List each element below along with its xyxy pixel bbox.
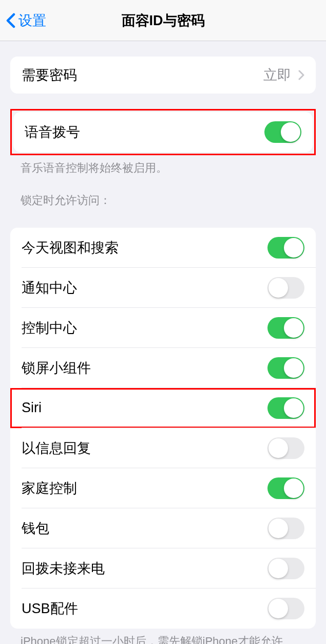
lock-access-label: 今天视图和搜索 <box>22 238 119 257</box>
lock-access-toggle[interactable] <box>267 477 304 499</box>
lock-access-label: 以信息回复 <box>22 439 91 457</box>
lock-access-label: Siri <box>22 400 42 416</box>
lock-access-toggle[interactable] <box>267 518 304 539</box>
lock-access-row: 锁屏小组件 <box>10 348 316 388</box>
lock-access-label: USB配件 <box>22 599 78 618</box>
lock-access-row: 以信息回复 <box>10 428 316 468</box>
back-label: 设置 <box>18 11 46 30</box>
lock-access-toggle[interactable] <box>267 277 304 299</box>
voice-dial-toggle[interactable] <box>264 121 301 143</box>
lock-access-group: 今天视图和搜索通知中心控制中心锁屏小组件Siri以信息回复家庭控制钱包回拨未接来… <box>10 228 316 629</box>
toggle-knob <box>284 479 303 498</box>
lock-access-header: 锁定时允许访问： <box>0 176 326 212</box>
toggle-knob <box>269 438 288 458</box>
voice-dial-highlight: 语音拨号 <box>10 109 316 155</box>
toggle-knob <box>284 398 303 418</box>
voice-dial-footer: 音乐语音控制将始终被启用。 <box>0 155 326 176</box>
nav-header: 设置 面容ID与密码 <box>0 0 326 41</box>
require-passcode-row[interactable]: 需要密码 立即 <box>10 57 316 94</box>
back-button[interactable]: 设置 <box>0 11 46 30</box>
voice-dial-label: 语音拨号 <box>25 123 80 141</box>
lock-access-toggle[interactable] <box>267 357 304 379</box>
lock-access-row: 通知中心 <box>10 268 316 308</box>
require-passcode-value-wrap: 立即 <box>263 66 304 84</box>
lock-access-footer: iPhone锁定超过一小时后，需先解锁iPhone才能允许USB配件连接。 <box>0 629 326 644</box>
lock-access-label: 控制中心 <box>22 319 77 337</box>
lock-access-label: 家庭控制 <box>22 479 77 498</box>
lock-access-toggle[interactable] <box>267 598 304 619</box>
toggle-knob <box>269 599 288 618</box>
require-passcode-value: 立即 <box>263 66 291 84</box>
toggle-knob <box>281 122 300 142</box>
require-passcode-group: 需要密码 立即 <box>10 57 316 94</box>
lock-access-row: 钱包 <box>10 508 316 548</box>
lock-access-label: 钱包 <box>22 519 49 538</box>
lock-access-row: 家庭控制 <box>10 468 316 508</box>
lock-access-toggle[interactable] <box>267 237 304 259</box>
toggle-knob <box>284 358 303 378</box>
lock-access-label: 锁屏小组件 <box>22 359 91 377</box>
lock-access-toggle[interactable] <box>267 317 304 339</box>
toggle-knob <box>269 519 288 538</box>
toggle-knob <box>269 559 288 578</box>
lock-access-toggle[interactable] <box>267 397 304 419</box>
chevron-right-icon <box>298 70 304 80</box>
lock-access-toggle[interactable] <box>267 437 304 459</box>
lock-access-label: 回拨未接来电 <box>22 559 105 578</box>
toggle-knob <box>284 318 303 338</box>
require-passcode-label: 需要密码 <box>22 66 77 84</box>
toggle-knob <box>284 238 303 257</box>
voice-dial-row: 语音拨号 <box>13 112 313 152</box>
lock-access-label: 通知中心 <box>22 279 77 297</box>
toggle-knob <box>269 278 288 298</box>
lock-access-row: 回拨未接来电 <box>10 548 316 588</box>
chevron-left-icon <box>6 13 15 28</box>
lock-access-row: USB配件 <box>10 588 316 629</box>
lock-access-toggle[interactable] <box>267 558 304 579</box>
lock-access-row: Siri <box>10 388 316 428</box>
page-title: 面容ID与密码 <box>122 11 205 30</box>
lock-access-row: 今天视图和搜索 <box>10 228 316 268</box>
lock-access-row: 控制中心 <box>10 308 316 348</box>
